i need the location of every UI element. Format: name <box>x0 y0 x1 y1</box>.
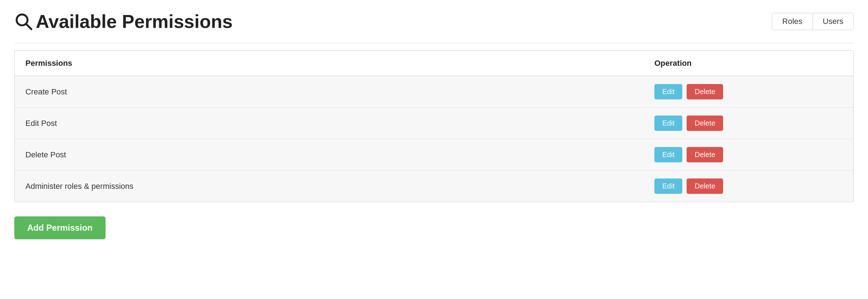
header-divider <box>14 43 854 43</box>
delete-button[interactable]: Delete <box>687 84 723 99</box>
header-nav-buttons: Roles Users <box>772 13 854 30</box>
add-permission-button[interactable]: Add Permission <box>14 216 106 239</box>
operation-cell: EditDelete <box>644 76 853 108</box>
table-row: Administer roles & permissionsEditDelete <box>15 171 853 202</box>
users-button[interactable]: Users <box>813 13 853 30</box>
roles-button[interactable]: Roles <box>772 13 812 30</box>
search-icon <box>14 12 33 31</box>
permission-name: Create Post <box>15 76 644 108</box>
table-row: Edit PostEditDelete <box>15 108 853 139</box>
column-operation: Operation <box>644 51 853 76</box>
table-row: Delete PostEditDelete <box>15 139 853 171</box>
delete-button[interactable]: Delete <box>687 178 723 194</box>
delete-button[interactable]: Delete <box>687 116 723 131</box>
table-row: Create PostEditDelete <box>15 76 853 108</box>
table-header-row: Permissions Operation <box>15 51 853 76</box>
svg-line-1 <box>26 24 31 29</box>
edit-button[interactable]: Edit <box>654 116 682 131</box>
delete-button[interactable]: Delete <box>687 147 723 162</box>
edit-button[interactable]: Edit <box>654 147 682 162</box>
permission-name: Delete Post <box>15 139 644 171</box>
page-container: Available Permissions Roles Users Permis… <box>0 0 868 299</box>
operation-cell: EditDelete <box>644 171 853 202</box>
edit-button[interactable]: Edit <box>654 178 682 194</box>
permissions-table-wrapper: Permissions Operation Create PostEditDel… <box>14 50 854 202</box>
page-header: Available Permissions Roles Users <box>14 11 854 32</box>
edit-button[interactable]: Edit <box>654 84 682 99</box>
page-title: Available Permissions <box>14 11 233 32</box>
permission-name: Administer roles & permissions <box>15 171 644 202</box>
operation-cell: EditDelete <box>644 139 853 171</box>
permission-name: Edit Post <box>15 108 644 139</box>
column-permissions: Permissions <box>15 51 644 76</box>
operation-cell: EditDelete <box>644 108 853 139</box>
permissions-table: Permissions Operation Create PostEditDel… <box>15 51 853 202</box>
